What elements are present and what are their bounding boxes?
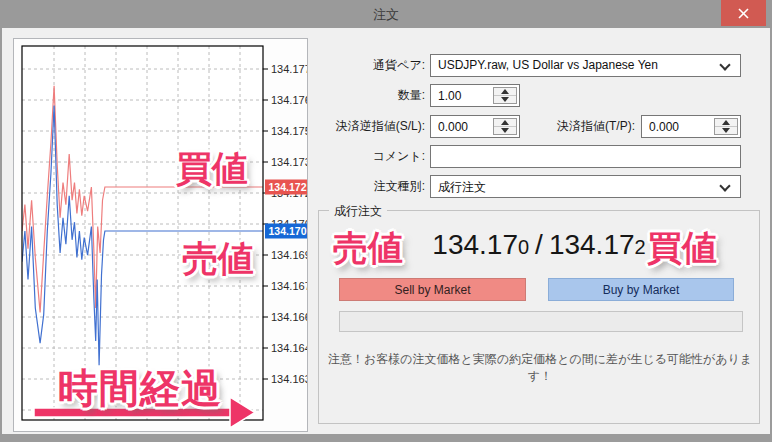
buy-by-market-button[interactable]: Buy by Market: [548, 278, 734, 301]
spin-up-icon: [494, 119, 516, 127]
svg-text:134.163: 134.163: [271, 373, 307, 385]
tick-chart-panel: 134.177134.176134.175134.173134.172134.1…: [13, 38, 308, 432]
spin-down-icon: [715, 127, 737, 134]
dialog-title: 注文: [0, 6, 772, 24]
close-icon: [738, 8, 749, 19]
spin-down-icon: [494, 96, 516, 103]
spin-up-icon: [494, 88, 516, 96]
groupbox-legend: 成行注文: [329, 203, 387, 220]
order-type-label: 注文種別:: [300, 175, 425, 197]
volume-spinner[interactable]: [493, 87, 517, 104]
svg-text:134.172: 134.172: [269, 181, 307, 193]
ask-price-pip: 2: [635, 236, 646, 259]
svg-text:134.177: 134.177: [271, 63, 307, 75]
annotation-ask-price: 買値: [647, 225, 717, 272]
annotation-time-elapsed: 時間経過: [58, 361, 222, 416]
stop-loss-label: 決済逆指値(S/L):: [300, 115, 425, 137]
annotation-ask-price: 買値: [176, 145, 248, 194]
svg-text:134.176: 134.176: [271, 94, 307, 106]
stop-loss-field[interactable]: [430, 115, 520, 138]
svg-text:134.173: 134.173: [271, 156, 307, 168]
chevron-down-icon: [719, 59, 730, 70]
stop-loss-spinner[interactable]: [493, 118, 517, 135]
title-bar: 注文: [0, 0, 772, 28]
svg-text:134.170: 134.170: [269, 225, 307, 237]
ask-price: 134.17: [549, 229, 635, 261]
take-profit-spinner[interactable]: [714, 118, 738, 135]
comment-field[interactable]: [430, 145, 741, 168]
annotation-bid-price: 売値: [333, 225, 403, 272]
spin-up-icon: [715, 119, 737, 127]
bid-ask-price-display: 134.17 0 / 134.17 2: [414, 229, 664, 267]
price-separator: /: [529, 229, 549, 261]
comment-label: コメント:: [300, 145, 425, 167]
spin-down-icon: [494, 127, 516, 134]
svg-text:134.169: 134.169: [271, 249, 307, 261]
volume-label: 数量:: [300, 84, 425, 106]
symbol-select[interactable]: USDJPY.raw, US Dollar vs Japanese Yen: [430, 54, 741, 77]
order-dialog: 注文 134.177134.176134.175134.173134.17213…: [0, 0, 772, 442]
annotation-bid-price: 売値: [182, 235, 254, 284]
comment-input[interactable]: [431, 146, 740, 167]
symbol-value: USDJPY.raw, US Dollar vs Japanese Yen: [438, 58, 658, 72]
symbol-label: 通貨ペア:: [300, 54, 425, 76]
chevron-down-icon: [719, 180, 730, 191]
volume-field[interactable]: [430, 84, 520, 107]
svg-text:134.175: 134.175: [271, 125, 307, 137]
order-type-select[interactable]: 成行注文: [430, 175, 741, 198]
svg-text:134.166: 134.166: [271, 311, 307, 323]
take-profit-field[interactable]: [641, 115, 741, 138]
bid-price: 134.17: [432, 229, 518, 261]
market-order-groupbox: 成行注文 134.17 0 / 134.17 2 売値 買値 Sell by M…: [318, 210, 760, 424]
svg-text:134.167: 134.167: [271, 280, 307, 292]
svg-text:134.164: 134.164: [271, 342, 307, 354]
close-button[interactable]: [721, 0, 766, 26]
slippage-warning-text: 注意！お客様の注文価格と実際の約定価格との間に差が生じる可能性があります！: [319, 351, 761, 385]
bid-price-pip: 0: [518, 236, 529, 259]
take-profit-label: 決済指値(T/P):: [535, 115, 635, 137]
progress-bar: [339, 311, 743, 332]
sell-by-market-button[interactable]: Sell by Market: [339, 278, 526, 301]
order-type-value: 成行注文: [438, 179, 486, 196]
